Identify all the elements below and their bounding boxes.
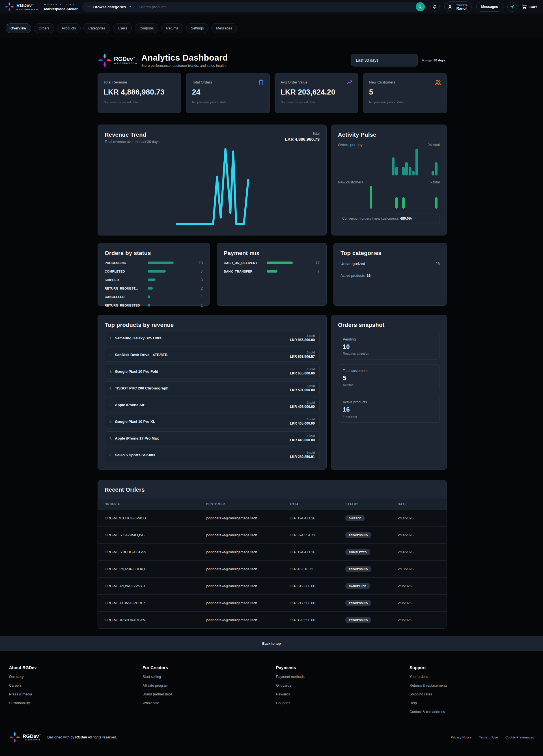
- product-row: 1.Samsung Galaxy S25 Ultra 3 soldLKR 855…: [105, 331, 319, 345]
- panel-subtitle: Total revenue over the last 30 days.: [105, 140, 160, 144]
- footer-col-support: Support Your orders Returns & replacemen…: [409, 665, 534, 714]
- footer-link[interactable]: Returns & replacements: [409, 684, 534, 688]
- payment-bar: [267, 270, 277, 273]
- user-name: Ranul: [456, 7, 467, 10]
- table-row: ORD-MLKYQZJP-5BFKQ johndoefake@ranulgama…: [98, 561, 447, 578]
- payment-row: BANK_TRANSFER 7: [224, 269, 319, 273]
- new-customers-sparkline: [338, 186, 440, 209]
- legal-link-privacy[interactable]: Privacy Notice: [451, 736, 472, 739]
- back-to-top-button[interactable]: Back to top: [0, 636, 543, 651]
- footer-link[interactable]: Contact & call address: [409, 710, 534, 714]
- admin-tabs-band: Overview Orders Products Categories User…: [0, 14, 543, 38]
- status-row: RETURN_REQUEST... 2: [105, 286, 203, 290]
- logo-ecommerce-badge: — E-COMMERCE —: [16, 8, 38, 10]
- footer-link[interactable]: Wholesale: [143, 701, 267, 705]
- snapshot-stat: Active products 16 In catalog: [338, 396, 440, 423]
- browse-categories-button[interactable]: Browse categories: [87, 5, 132, 9]
- footer-link[interactable]: Our story: [9, 675, 134, 679]
- cart-button[interactable]: Cart: [521, 4, 538, 10]
- notifications-button[interactable]: [430, 2, 440, 12]
- table-header-row: ORDER # CUSTOMER TOTAL STATUS DATE: [98, 499, 447, 510]
- footer-link[interactable]: Coupons: [276, 701, 400, 705]
- messages-button[interactable]: Messages: [476, 2, 503, 12]
- orders-per-day-label: Orders per day: [338, 143, 362, 147]
- footer-link[interactable]: Careers: [9, 684, 134, 688]
- kpi-total-revenue: Total Revenue LKR 4,886,980.73 No previo…: [98, 73, 181, 113]
- bell-icon: [433, 5, 437, 9]
- footer-link[interactable]: Sustainability: [9, 701, 134, 705]
- status-badge: PROCESSING: [345, 600, 371, 606]
- footer-link[interactable]: Affiliate program: [143, 684, 267, 688]
- footer-link[interactable]: Help: [409, 701, 534, 705]
- tab-returns[interactable]: Returns: [161, 23, 183, 33]
- kpi-avg-order-value: Avg Order Value LKR 203,624.20 No previo…: [274, 73, 358, 113]
- tab-messages[interactable]: Messages: [211, 23, 237, 33]
- range-note: Range: 30 days: [422, 59, 446, 62]
- panel-title: Orders by status: [105, 250, 203, 256]
- rgdev-logo[interactable]: RGDev™ — E-COMMERCE —: [5, 2, 38, 12]
- conversion-box: Conversion (orders / new customers): 480…: [338, 213, 440, 224]
- product-row: 4.TISSOT PRC 200 Chronograph 3 soldLKR 5…: [105, 381, 319, 395]
- cart-icon: [521, 4, 527, 10]
- panel-title: Top categories: [340, 250, 440, 256]
- total-value: LKR 4,886,980.73: [285, 137, 319, 142]
- page-title: Analytics Dashboard: [141, 53, 228, 63]
- search-input[interactable]: [139, 5, 412, 9]
- table-row: ORD-MLLYCA2W-IFQ5G johndoefake@ranulgama…: [98, 527, 447, 544]
- kpi-new-customers: New Customers 5 No previous period data: [363, 73, 447, 113]
- clipboard-icon: [258, 79, 265, 86]
- new-customers-label: New customers: [338, 180, 363, 184]
- date-range-select[interactable]: Last 30 days: [351, 54, 418, 67]
- footer-link[interactable]: Press & media: [9, 692, 134, 696]
- active-products-note: Active products: 16: [340, 274, 440, 278]
- kpi-total-orders: Total Orders 24 No previous period data: [186, 73, 270, 113]
- footer-bottom-bar: RGDev™ — E-COMMERCE — Designed with by R…: [9, 732, 534, 743]
- tab-products[interactable]: Products: [57, 23, 81, 33]
- footer-link[interactable]: Your orders: [409, 675, 534, 679]
- footer-link[interactable]: Shipping rates: [409, 692, 534, 696]
- users-icon: [434, 79, 441, 86]
- copyright-text: Designed with by RGDev All rights reserv…: [47, 735, 117, 739]
- search-bar: Browse categories: [82, 2, 426, 12]
- legal-link-cookies[interactable]: Cookie Preferences: [505, 736, 534, 739]
- tab-coupons[interactable]: Coupons: [135, 23, 158, 33]
- page-subtitle: Store performance, customer trends, and …: [141, 64, 228, 68]
- footer-col-payments: Payments Payment methods Gift cards Rewa…: [276, 665, 400, 705]
- tab-settings[interactable]: Settings: [186, 23, 209, 33]
- table-row: ORD-MLMBJDCU-0P9CD johndoefake@ranulgama…: [98, 510, 447, 527]
- tab-overview[interactable]: Overview: [6, 23, 31, 33]
- logo-wordmark: RGDev™: [16, 3, 38, 8]
- tab-orders[interactable]: Orders: [34, 23, 54, 33]
- search-icon: [418, 5, 422, 9]
- product-row: 7.Apple iPhone 17 Pro Max 1 soldLKR 445,…: [105, 431, 319, 445]
- tab-users[interactable]: Users: [113, 23, 132, 33]
- user-menu[interactable]: Welcome Ranul: [444, 1, 472, 12]
- legal-link-terms[interactable]: Terms of Use: [479, 736, 498, 739]
- search-button[interactable]: [416, 2, 425, 11]
- status-bar: [148, 287, 153, 290]
- theme-toggle-button[interactable]: [507, 2, 517, 12]
- studio-block: RGDEV STUDIO Marketplace Atelier: [44, 3, 78, 11]
- hamburger-icon: [87, 5, 91, 9]
- sun-icon: [510, 5, 514, 9]
- status-badge: SHIPPED: [345, 515, 365, 521]
- logo-ecommerce-badge: — E-COMMERCE —: [114, 63, 138, 65]
- rgdev-logo-icon: [5, 2, 14, 12]
- footer-link[interactable]: Rewards: [276, 692, 400, 696]
- snapshot-stat: Pending 10 Requires attention: [338, 333, 440, 360]
- logo-ecommerce-badge: — E-COMMERCE —: [23, 739, 43, 741]
- total-label: Total: [285, 132, 319, 136]
- panel-title: Revenue Trend: [105, 132, 160, 138]
- footer-link[interactable]: Brand partnerships: [143, 692, 267, 696]
- product-row: 8.Seiko 5 Sports SSK003 3 soldLKR 289,85…: [105, 448, 319, 462]
- search-divider: [135, 4, 135, 10]
- recent-orders-panel: Recent Orders ORDER # CUSTOMER TOTAL STA…: [98, 480, 447, 629]
- person-icon: [448, 5, 452, 9]
- footer-link[interactable]: Start selling: [143, 675, 267, 679]
- footer-link[interactable]: Payment methods: [276, 675, 400, 679]
- product-row: 2.SanDisk Desk Drive - 4TB/8TB 3 soldLKR…: [105, 348, 319, 362]
- payment-row: CASH_ON_DELIVERY 17: [224, 261, 319, 265]
- table-row: ORD-MLDRCD29-1ZYUG johndoefake@ranulgama…: [98, 629, 447, 629]
- tab-categories[interactable]: Categories: [83, 23, 110, 33]
- footer-link[interactable]: Gift cards: [276, 684, 400, 688]
